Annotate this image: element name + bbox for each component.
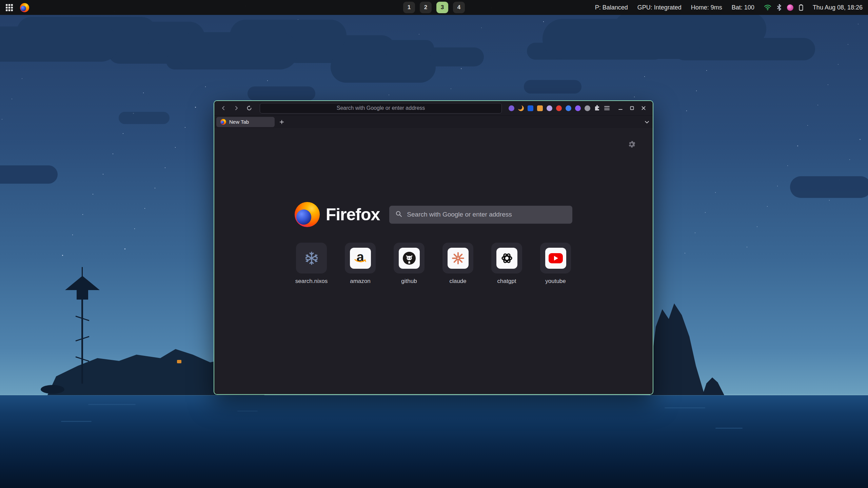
newtab-page: Firefox	[214, 128, 653, 394]
extension-toolbar	[507, 105, 612, 111]
firefox-logo	[295, 202, 320, 227]
shortcut-claude[interactable]: claude	[442, 243, 473, 285]
shortcut-label: github	[401, 278, 417, 285]
island-sign	[177, 360, 181, 363]
firefox-window: New Tab Firefox	[214, 100, 653, 395]
extension-icon-4[interactable]	[537, 105, 543, 111]
shortcut-youtube[interactable]: youtube	[540, 243, 571, 285]
amazon-smile-icon	[354, 259, 367, 265]
bluetooth-icon[interactable]	[777, 4, 782, 11]
shortcut-chatgpt[interactable]: chatgpt	[491, 243, 522, 285]
workspace-4[interactable]: 4	[453, 2, 465, 13]
menu-hamburger-icon[interactable]	[604, 105, 610, 111]
tab-title: New Tab	[229, 119, 249, 125]
sea-reflection	[237, 411, 258, 411]
youtube-play-icon	[549, 253, 563, 263]
cloud	[383, 40, 434, 56]
cloud	[0, 165, 58, 184]
extension-icon-2[interactable]	[518, 105, 524, 111]
ocean	[0, 395, 868, 488]
extension-icon-1[interactable]	[509, 105, 514, 111]
sea-reflection	[61, 421, 92, 422]
list-all-tabs-chevron-icon[interactable]	[641, 120, 653, 124]
device-battery-icon[interactable]	[799, 4, 803, 11]
extension-icon-5[interactable]	[547, 105, 552, 111]
shortcut-amazon[interactable]: a amazon	[345, 243, 376, 285]
close-button[interactable]	[641, 106, 646, 110]
extension-icon-9[interactable]	[585, 105, 590, 111]
app-launcher-icon[interactable]	[5, 4, 13, 12]
shortcut-label: search.nixos	[295, 278, 328, 285]
extensions-puzzle-icon[interactable]	[594, 105, 600, 111]
nixos-snowflake-icon	[304, 251, 319, 266]
claude-starburst-icon	[451, 251, 465, 265]
maximize-button[interactable]	[630, 106, 634, 110]
cloud	[790, 176, 868, 198]
shortcut-github[interactable]: github	[394, 243, 425, 285]
island-rocks	[41, 385, 64, 394]
tab-new-tab[interactable]: New Tab	[216, 117, 275, 127]
cloud	[176, 32, 298, 69]
firefox-taskbar-icon[interactable]	[20, 3, 29, 12]
home-ping-status: Home: 9ms	[691, 4, 722, 11]
extension-icon-8[interactable]	[575, 105, 581, 111]
shortcut-label: chatgpt	[497, 278, 516, 285]
extension-icon-6[interactable]	[556, 105, 562, 111]
personalize-gear-icon[interactable]	[628, 141, 636, 150]
cloud	[542, 19, 702, 59]
extension-icon-7[interactable]	[566, 105, 571, 111]
clock[interactable]: Thu Aug 08, 18:26	[813, 4, 863, 11]
extension-icon-3[interactable]	[528, 105, 533, 111]
workspace-1[interactable]: 1	[403, 2, 415, 13]
firefox-wordmark: Firefox	[326, 205, 380, 224]
status-bar: 1 2 3 4 P: Balanced GPU: Integrated Home…	[0, 0, 868, 15]
shortcut-tiles: search.nixos a amazon	[296, 243, 571, 285]
reload-button[interactable]	[243, 103, 255, 114]
workspace-switcher: 1 2 3 4	[403, 2, 465, 13]
github-octocat-icon	[402, 251, 416, 265]
window-controls	[613, 106, 649, 110]
back-button[interactable]	[218, 103, 229, 114]
sea-reflection	[88, 404, 136, 405]
forward-button[interactable]	[231, 103, 242, 114]
sea-reflection	[715, 428, 743, 429]
tab-favicon	[220, 119, 226, 125]
newtab-search-input[interactable]	[389, 206, 572, 224]
system-tray	[764, 4, 803, 11]
url-bar[interactable]	[260, 103, 502, 114]
battery-status: Bat: 100	[732, 4, 754, 11]
cloud	[248, 86, 315, 101]
shortcut-label: claude	[449, 278, 466, 285]
wifi-icon[interactable]	[764, 4, 771, 11]
cloud	[0, 26, 119, 62]
shortcut-label: youtube	[545, 278, 566, 285]
cloud	[119, 112, 170, 124]
tab-bar: New Tab	[214, 115, 653, 128]
shortcut-label: amazon	[350, 278, 370, 285]
color-profile-icon[interactable]	[787, 4, 793, 11]
watchtower	[64, 267, 102, 396]
newtab-hero: Firefox	[295, 202, 573, 227]
sea-reflection	[665, 407, 705, 408]
workspace-3-active[interactable]: 3	[436, 2, 448, 13]
workspace-2[interactable]: 2	[420, 2, 432, 13]
shortcut-search-nixos[interactable]: search.nixos	[296, 243, 327, 285]
navigation-toolbar	[214, 101, 653, 115]
cloud	[524, 80, 581, 94]
power-profile-status: P: Balanced	[595, 4, 628, 11]
chatgpt-logo-icon	[500, 251, 514, 265]
new-tab-button[interactable]	[277, 117, 287, 127]
gpu-status: GPU: Integrated	[637, 4, 682, 11]
minimize-button[interactable]	[618, 106, 623, 110]
